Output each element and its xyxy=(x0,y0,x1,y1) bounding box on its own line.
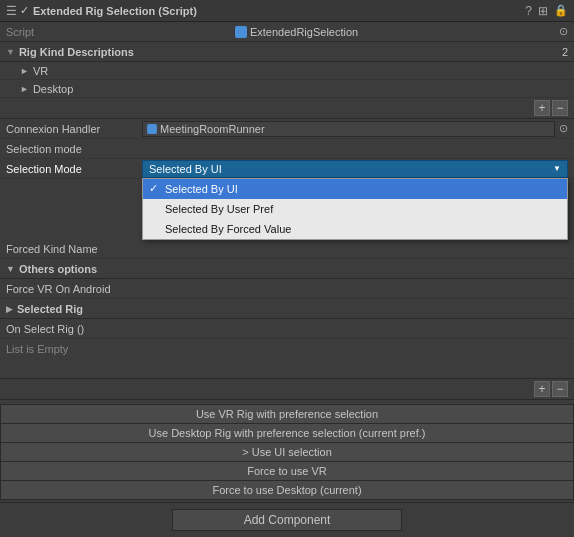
rig-kind-count: 2 xyxy=(562,46,568,58)
connexion-handler-obj-name: MeetingRoomRunner xyxy=(160,123,265,135)
title-bar: ☰ ✓ Extended Rig Selection (Script) ? ⊞ … xyxy=(0,0,574,22)
action-use-vr-pref[interactable]: Use VR Rig with preference selection xyxy=(0,404,574,423)
settings-icon[interactable]: ⊞ xyxy=(538,4,548,18)
rig-kind-label: Rig Kind Descriptions xyxy=(19,46,134,58)
selection-mode-row: Selection Mode Selected By UI ▼ ✓ Select… xyxy=(0,159,574,179)
option-label-user-pref: Selected By User Pref xyxy=(165,203,273,215)
help-icon[interactable]: ? xyxy=(525,4,532,18)
connexion-handler-label: Connexion Handler xyxy=(6,123,136,135)
dropdown-selected-value: Selected By UI xyxy=(149,163,222,175)
add-component-bar: Add Component xyxy=(0,502,574,537)
desktop-arrow: ► xyxy=(20,84,29,94)
desktop-label: Desktop xyxy=(33,83,73,95)
tree-item-desktop[interactable]: ► Desktop xyxy=(0,80,574,98)
connexion-handler-row: Connexion Handler MeetingRoomRunner ⊙ xyxy=(0,119,574,139)
window-title: Extended Rig Selection (Script) xyxy=(33,5,521,17)
connexion-handler-field[interactable]: MeetingRoomRunner xyxy=(142,121,555,137)
script-header: Script ExtendedRigSelection ⊙ xyxy=(0,22,574,42)
force-vr-label: Force VR On Android xyxy=(6,283,136,295)
list-add-button[interactable]: + xyxy=(534,381,550,397)
option-label-selected-by-ui: Selected By UI xyxy=(165,183,238,195)
vr-arrow: ► xyxy=(20,66,29,76)
selection-mode-value: Selected By UI ▼ ✓ Selected By UI Select… xyxy=(142,160,568,178)
action-use-desktop-pref[interactable]: Use Desktop Rig with preference selectio… xyxy=(0,423,574,442)
add-component-button[interactable]: Add Component xyxy=(172,509,402,531)
checkmark-selected-by-ui: ✓ xyxy=(149,182,161,195)
connexion-handler-value: MeetingRoomRunner ⊙ xyxy=(142,121,568,137)
tree-item-vr[interactable]: ► VR xyxy=(0,62,574,80)
connexion-handler-icon xyxy=(147,124,157,134)
selection-mode-label: Selection Mode xyxy=(6,163,136,175)
connexion-handler-lock[interactable]: ⊙ xyxy=(559,122,568,135)
dropdown-option-forced-value[interactable]: Selected By Forced Value xyxy=(143,219,567,239)
on-select-rig-row: On Select Rig () xyxy=(0,319,574,339)
title-bar-icons: ☰ ✓ xyxy=(6,4,29,18)
dropdown-option-selected-by-user-pref[interactable]: Selected By User Pref xyxy=(143,199,567,219)
selection-mode-dropdown-container: Selected By UI ▼ ✓ Selected By UI Select… xyxy=(142,160,568,178)
script-label: Script xyxy=(6,26,34,38)
selection-mode-outer-row: Selection mode xyxy=(0,139,574,159)
selected-rig-arrow: ▶ xyxy=(6,304,13,314)
list-area: List is Empty xyxy=(0,339,574,379)
action-force-desktop[interactable]: Force to use Desktop (current) xyxy=(0,480,574,500)
rig-add-button[interactable]: + xyxy=(534,100,550,116)
menu-icon[interactable]: ☰ xyxy=(6,4,17,18)
vr-label: VR xyxy=(33,65,48,77)
dropdown-option-selected-by-ui[interactable]: ✓ Selected By UI xyxy=(143,179,567,199)
on-select-rig-label: On Select Rig () xyxy=(6,323,136,335)
selection-mode-outer-label: Selection mode xyxy=(6,143,136,155)
list-remove-button[interactable]: − xyxy=(552,381,568,397)
rig-kind-section-header: ▼ Rig Kind Descriptions 2 xyxy=(0,42,574,62)
script-file-name: ExtendedRigSelection xyxy=(250,26,358,38)
rig-kind-title[interactable]: ▼ Rig Kind Descriptions xyxy=(6,46,134,58)
selection-mode-dropdown-menu: ✓ Selected By UI Selected By User Pref S… xyxy=(142,178,568,240)
others-options-label: Others options xyxy=(19,263,97,275)
bookmark-icon[interactable]: ✓ xyxy=(20,4,29,17)
forced-kind-label: Forced Kind Name xyxy=(6,243,136,255)
selected-rig-header[interactable]: ▶ Selected Rig xyxy=(0,299,574,319)
script-lock-icon[interactable]: ⊙ xyxy=(559,25,568,38)
others-options-header[interactable]: ▼ Others options xyxy=(0,259,574,279)
rig-kind-chevron: ▼ xyxy=(6,47,15,57)
option-label-forced-value: Selected By Forced Value xyxy=(165,223,291,235)
selection-mode-dropdown[interactable]: Selected By UI ▼ xyxy=(142,160,568,178)
action-force-vr[interactable]: Force to use VR xyxy=(0,461,574,480)
rig-add-remove-row: + − xyxy=(0,98,574,119)
rig-remove-button[interactable]: − xyxy=(552,100,568,116)
script-file-icon xyxy=(235,26,247,38)
title-bar-actions: ? ⊞ 🔒 xyxy=(525,4,568,18)
dropdown-arrow-icon: ▼ xyxy=(553,164,561,173)
selected-rig-label: Selected Rig xyxy=(17,303,83,315)
list-add-remove-row: + − xyxy=(0,379,574,400)
others-options-arrow: ▼ xyxy=(6,264,15,274)
action-use-ui-selection[interactable]: > Use UI selection xyxy=(0,442,574,461)
lock-icon[interactable]: 🔒 xyxy=(554,4,568,17)
list-empty-label: List is Empty xyxy=(6,339,68,359)
force-vr-row: Force VR On Android xyxy=(0,279,574,299)
script-file[interactable]: ExtendedRigSelection xyxy=(235,26,358,38)
forced-kind-row: Forced Kind Name xyxy=(0,239,574,259)
action-buttons-section: Use VR Rig with preference selection Use… xyxy=(0,404,574,500)
